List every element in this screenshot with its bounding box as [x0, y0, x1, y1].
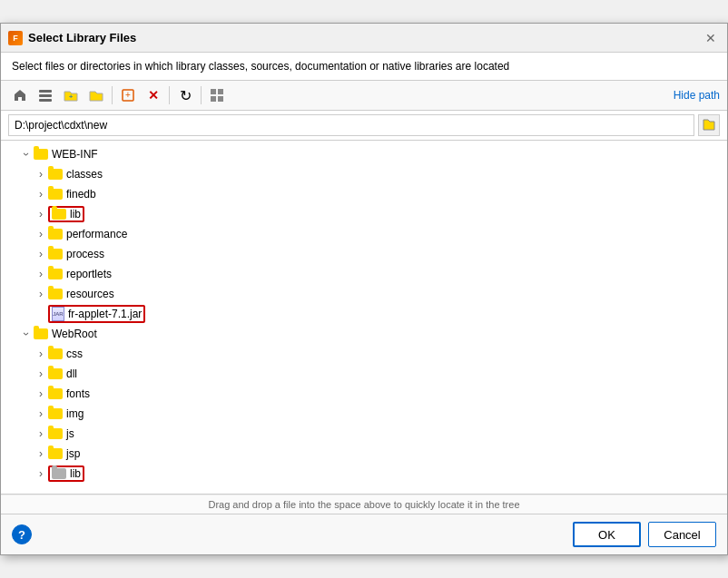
label-dll: dll	[66, 367, 77, 380]
description-text: Select files or directories in which lib…	[1, 53, 727, 81]
label-webroot: WebRoot	[52, 328, 97, 340]
label-reportlets: reportlets	[66, 268, 112, 280]
tree-item-dll[interactable]: dll	[1, 364, 727, 384]
tree-item-img[interactable]: img	[1, 404, 727, 424]
toggle-webroot[interactable]	[19, 327, 34, 341]
tree-item-lib[interactable]: lib	[1, 204, 727, 224]
tree-item-css[interactable]: css	[1, 344, 727, 364]
cancel-button[interactable]: Cancel	[648, 522, 716, 547]
folder-icon-webinf	[34, 149, 48, 160]
folder-icon-dll	[48, 368, 63, 379]
toggle-classes[interactable]	[34, 167, 48, 181]
tree-item-resources[interactable]: resources	[1, 284, 727, 304]
footer: ? OK Cancel	[1, 514, 727, 554]
home-button[interactable]	[8, 84, 32, 106]
app-icon: F	[8, 31, 23, 45]
browse-button[interactable]	[698, 114, 720, 136]
folder-icon-reportlets	[48, 269, 63, 279]
path-input[interactable]	[8, 114, 694, 136]
svg-rect-9	[218, 96, 223, 102]
label-img: img	[66, 407, 84, 420]
svg-rect-2	[39, 99, 52, 102]
title-bar: F Select Library Files ✕	[1, 24, 727, 53]
label-classes: classes	[66, 168, 103, 181]
folder-icon-performance	[48, 229, 63, 240]
toggle-css[interactable]	[34, 347, 48, 361]
label-lib2: lib	[70, 467, 81, 480]
svg-text:+: +	[69, 93, 74, 101]
label-performance: performance	[66, 228, 127, 240]
tree-item-reportlets[interactable]: reportlets	[1, 264, 727, 284]
close-button[interactable]: ✕	[702, 29, 720, 47]
tree-item-js[interactable]: js	[1, 424, 727, 444]
folder-icon-js	[48, 428, 63, 439]
drag-hint: Drag and drop a file into the space abov…	[1, 495, 727, 514]
toggle-performance[interactable]	[34, 227, 48, 241]
label-finedb: finedb	[66, 188, 96, 201]
refresh-button[interactable]: ↻	[173, 84, 197, 106]
tree-item-classes[interactable]: classes	[1, 164, 727, 184]
toggle-fonts[interactable]	[34, 387, 48, 401]
lib-highlighted-box: lib	[48, 206, 84, 222]
lib2-highlighted-box: lib	[48, 465, 84, 482]
ok-button[interactable]: OK	[573, 522, 641, 547]
label-css: css	[66, 348, 83, 360]
label-resources: resources	[66, 288, 114, 300]
toggle-webinf[interactable]	[19, 147, 34, 162]
jar-icon: JAR	[52, 307, 64, 321]
folder-icon-process	[48, 249, 63, 260]
new-folder-button[interactable]: +	[59, 84, 83, 106]
new-dir-button[interactable]: +	[116, 84, 140, 106]
toggle-lib[interactable]	[34, 207, 48, 221]
fr-applet-highlighted-box: JAR fr-applet-7.1.jar	[48, 305, 145, 323]
label-js: js	[66, 427, 74, 440]
svg-rect-0	[39, 90, 52, 93]
tree-item-fr-applet[interactable]: JAR fr-applet-7.1.jar	[1, 304, 727, 324]
toggle-process[interactable]	[34, 247, 48, 261]
folder-icon-lib	[52, 209, 66, 220]
tree-item-process[interactable]: process	[1, 244, 727, 264]
svg-text:+: +	[125, 90, 131, 100]
tree-item-performance[interactable]: performance	[1, 224, 727, 244]
path-bar	[1, 111, 727, 141]
select-library-dialog: F Select Library Files ✕ Select files or…	[0, 23, 728, 555]
footer-left: ?	[12, 524, 32, 544]
list-view-button[interactable]	[34, 84, 57, 106]
svg-rect-6	[211, 89, 216, 94]
label-webinf: WEB-INF	[52, 148, 98, 161]
folder-icon-jsp	[48, 448, 63, 459]
toggle-js[interactable]	[34, 426, 48, 441]
folder-icon-css	[48, 348, 63, 359]
toggle-jsp[interactable]	[34, 446, 48, 461]
label-jsp: jsp	[66, 447, 80, 460]
toggle-img[interactable]	[34, 407, 48, 421]
separator-2	[169, 86, 170, 104]
tree-item-jsp[interactable]: jsp	[1, 444, 727, 464]
tree-item-webinf[interactable]: WEB-INF	[1, 144, 727, 164]
svg-rect-8	[211, 96, 216, 102]
toggle-dll[interactable]	[34, 367, 48, 381]
separator-1	[112, 86, 113, 104]
toggle-finedb[interactable]	[34, 187, 48, 201]
new-folder2-button[interactable]	[84, 84, 108, 106]
tree-item-webroot[interactable]: WebRoot	[1, 324, 727, 344]
delete-button[interactable]: ✕	[142, 84, 165, 106]
label-process: process	[66, 248, 104, 260]
folder-icon-webroot	[34, 328, 48, 339]
file-tree[interactable]: WEB-INF classes finedb lib performance	[1, 141, 727, 495]
hide-path-button[interactable]: Hide path	[674, 89, 720, 102]
tree-item-finedb[interactable]: finedb	[1, 184, 727, 204]
toggle-resources[interactable]	[34, 287, 48, 301]
label-fr-applet: fr-applet-7.1.jar	[68, 308, 142, 320]
toggle-lib2[interactable]	[34, 466, 48, 481]
help-button[interactable]: ?	[12, 524, 32, 544]
settings-button[interactable]	[205, 84, 229, 106]
label-fonts: fonts	[66, 387, 90, 400]
folder-icon-img	[48, 408, 63, 419]
tree-item-lib2[interactable]: lib	[1, 464, 727, 484]
tree-item-fonts[interactable]: fonts	[1, 384, 727, 404]
toolbar: + + ✕ ↻ Hide path	[1, 81, 727, 111]
title-bar-left: F Select Library Files	[8, 31, 136, 45]
toggle-reportlets[interactable]	[34, 267, 48, 281]
footer-buttons: OK Cancel	[573, 522, 716, 547]
